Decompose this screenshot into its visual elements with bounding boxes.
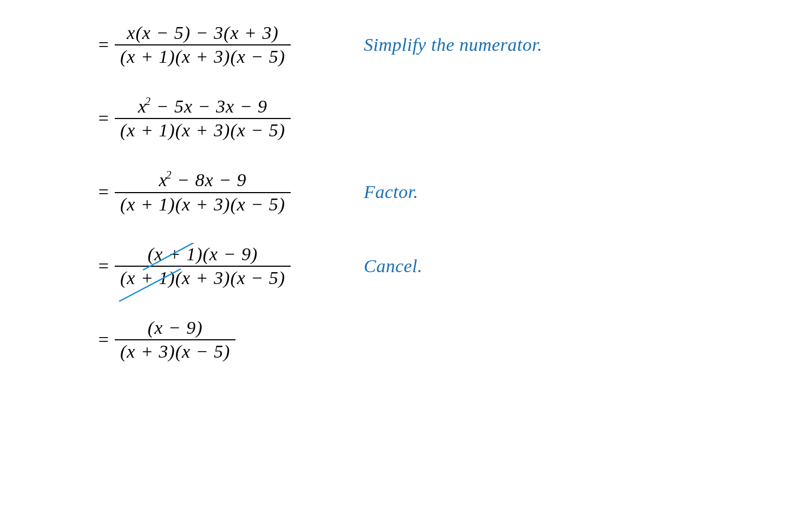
equals-sign: = bbox=[92, 108, 115, 129]
numerator: x(x − 5) − 3(x + 3) bbox=[115, 22, 291, 45]
equals-sign: = bbox=[92, 35, 115, 55]
step-3: = x2 − 8x − 9 (x + 1)(x + 3)(x − 5) Fact… bbox=[92, 169, 812, 215]
math-derivation: = x(x − 5) − 3(x + 3) (x + 1)(x + 3)(x −… bbox=[0, 0, 812, 363]
numerator: (x − 9) bbox=[115, 317, 235, 340]
denominator: (x + 1)(x + 3)(x − 5) bbox=[115, 45, 291, 68]
step-4: = (x + 1)(x − 9) (x + 1)(x + 3)(x − 5) C… bbox=[92, 243, 812, 289]
step-5: = (x − 9) (x + 3)(x − 5) bbox=[92, 317, 812, 363]
numerator: x2 − 8x − 9 bbox=[115, 169, 291, 193]
step-2: = x2 − 5x − 3x − 9 (x + 1)(x + 3)(x − 5) bbox=[92, 95, 812, 142]
annotation: Factor. bbox=[364, 182, 418, 202]
equals-sign: = bbox=[92, 330, 115, 350]
denominator: (x + 1)(x + 3)(x − 5) bbox=[115, 193, 291, 216]
denominator: (x + 1)(x + 3)(x − 5) bbox=[115, 119, 291, 142]
denominator: (x + 3)(x − 5) bbox=[115, 340, 235, 363]
fraction: x(x − 5) − 3(x + 3) (x + 1)(x + 3)(x − 5… bbox=[115, 22, 342, 68]
equals-sign: = bbox=[92, 256, 115, 276]
fraction: (x + 1)(x − 9) (x + 1)(x + 3)(x − 5) bbox=[115, 243, 342, 289]
numerator: (x + 1)(x − 9) bbox=[115, 243, 291, 267]
annotation: Cancel. bbox=[364, 256, 422, 276]
fraction: x2 − 5x − 3x − 9 (x + 1)(x + 3)(x − 5) bbox=[115, 95, 342, 142]
fraction: x2 − 8x − 9 (x + 1)(x + 3)(x − 5) bbox=[115, 169, 342, 215]
denominator: (x + 1)(x + 3)(x − 5) bbox=[115, 267, 291, 289]
numerator: x2 − 5x − 3x − 9 bbox=[115, 95, 291, 119]
equals-sign: = bbox=[92, 182, 115, 202]
annotation: Simplify the numerator. bbox=[364, 35, 542, 55]
fraction: (x − 9) (x + 3)(x − 5) bbox=[115, 317, 342, 363]
step-1: = x(x − 5) − 3(x + 3) (x + 1)(x + 3)(x −… bbox=[92, 22, 812, 68]
